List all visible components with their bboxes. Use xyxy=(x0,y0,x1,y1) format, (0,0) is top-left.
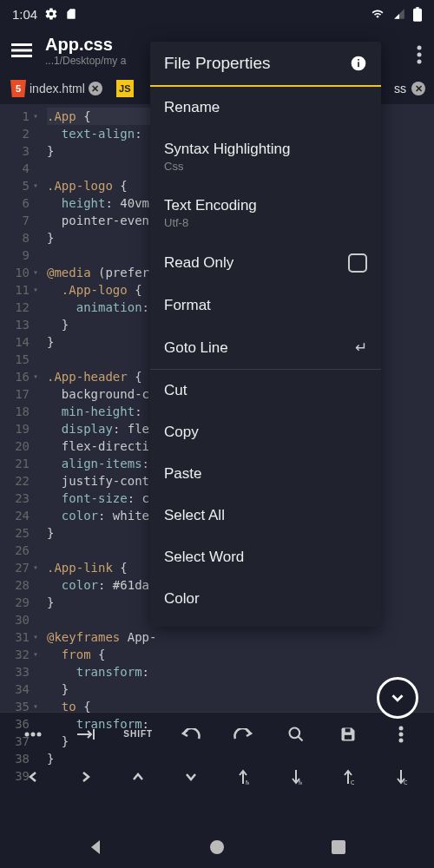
svg-rect-19 xyxy=(345,728,351,732)
menu-gotoline[interactable]: Goto Line ↵ xyxy=(150,326,381,369)
tab-label-partial: ss xyxy=(394,82,406,95)
menu-cut[interactable]: Cut xyxy=(150,370,381,411)
svg-point-6 xyxy=(418,53,422,57)
svg-point-21 xyxy=(398,732,403,736)
svg-point-31 xyxy=(210,840,224,854)
svg-point-5 xyxy=(418,46,422,50)
info-icon[interactable] xyxy=(350,55,367,72)
menu-copy[interactable]: Copy xyxy=(150,411,381,453)
svg-rect-9 xyxy=(358,62,359,67)
svg-rect-4 xyxy=(11,55,32,57)
scroll-up-c-button[interactable]: C xyxy=(329,760,367,794)
android-nav-bar xyxy=(0,826,434,868)
svg-text:C: C xyxy=(351,779,354,786)
svg-text:C: C xyxy=(404,779,407,786)
svg-rect-2 xyxy=(11,43,32,46)
svg-rect-10 xyxy=(358,59,359,61)
close-icon[interactable]: ✕ xyxy=(411,82,425,95)
menu-title: File Properties xyxy=(164,54,271,73)
tab-label: index.html xyxy=(30,82,85,95)
scroll-down-button[interactable] xyxy=(377,677,418,719)
status-time: 1:04 xyxy=(12,7,37,22)
svg-rect-3 xyxy=(11,49,32,52)
tab-js[interactable]: JS xyxy=(111,76,139,101)
menu-selectall[interactable]: Select All xyxy=(150,495,381,536)
menu-selectword[interactable]: Select Word xyxy=(150,536,381,578)
enter-icon: ↵ xyxy=(355,339,367,357)
recents-button[interactable] xyxy=(312,830,365,865)
svg-rect-32 xyxy=(332,840,345,854)
svg-point-13 xyxy=(37,732,42,736)
menu-color[interactable]: Color xyxy=(150,578,381,620)
html5-icon: 5 xyxy=(10,80,26,97)
overflow-button[interactable] xyxy=(382,717,420,752)
svg-rect-18 xyxy=(345,734,352,739)
js-icon: JS xyxy=(116,80,134,97)
menu-format[interactable]: Format xyxy=(150,285,381,326)
svg-rect-1 xyxy=(416,7,418,10)
gutter: 1▾2345▾678910▾11▾1213141516▾171819202122… xyxy=(0,104,35,712)
status-bar: 1:04 xyxy=(0,0,434,28)
scroll-down-c-button[interactable]: C xyxy=(382,760,420,794)
overflow-menu-button[interactable] xyxy=(417,45,422,68)
svg-point-20 xyxy=(398,726,403,730)
menu-button[interactable] xyxy=(9,37,35,63)
signal-icon xyxy=(392,8,406,20)
menu-paste[interactable]: Paste xyxy=(150,453,381,495)
checkbox[interactable] xyxy=(348,253,367,273)
svg-point-12 xyxy=(31,732,36,736)
home-button[interactable] xyxy=(191,830,243,865)
context-menu: File Properties Rename Syntax Highlighti… xyxy=(150,42,381,627)
save-button[interactable] xyxy=(329,717,367,752)
close-icon[interactable]: ✕ xyxy=(89,82,102,95)
battery-icon xyxy=(413,7,422,22)
wifi-icon xyxy=(370,8,385,20)
sd-card-icon xyxy=(65,7,77,21)
menu-encoding[interactable]: Text Encoding Utf-8 xyxy=(150,185,381,241)
gear-icon xyxy=(44,7,58,21)
svg-point-7 xyxy=(418,60,422,64)
tab-html[interactable]: 5 index.html ✕ xyxy=(5,76,108,101)
menu-rename[interactable]: Rename xyxy=(150,87,381,128)
back-button[interactable] xyxy=(69,830,122,865)
menu-readonly[interactable]: Read Only xyxy=(150,241,381,285)
svg-point-22 xyxy=(398,738,403,742)
menu-syntax[interactable]: Syntax Highlighting Css xyxy=(150,128,381,185)
svg-rect-0 xyxy=(413,8,422,21)
